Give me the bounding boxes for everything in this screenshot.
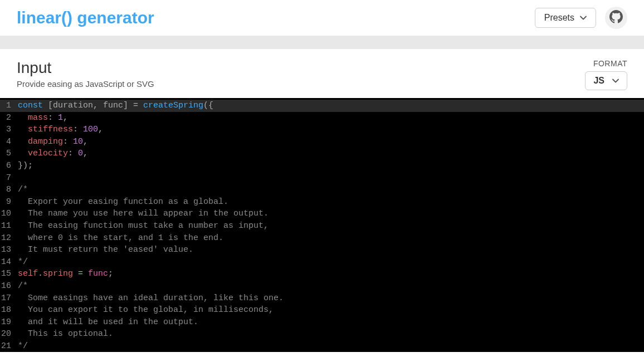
presets-button[interactable]: Presets	[535, 8, 596, 28]
input-section-header: Input Provide easing as JavaScript or SV…	[0, 49, 644, 98]
format-select[interactable]: JS	[585, 71, 627, 90]
line-number: 20	[0, 328, 16, 340]
editor-line[interactable]: 20 This is optional.	[0, 328, 644, 340]
line-code[interactable]: const [duration, func] = createSpring({	[16, 100, 213, 112]
line-code[interactable]: Some easings have an ideal duration, lik…	[16, 292, 284, 305]
line-number: 1	[0, 100, 16, 112]
line-number: 21	[0, 340, 16, 353]
line-code[interactable]: velocity: 0,	[16, 148, 88, 160]
chevron-down-icon	[580, 16, 587, 20]
line-number: 13	[0, 244, 16, 256]
line-number: 6	[0, 160, 16, 172]
editor-line[interactable]: 14*/	[0, 256, 644, 268]
editor-line[interactable]: 18 You can export it to the global, in m…	[0, 304, 644, 316]
app-header: linear() generator Presets	[0, 0, 644, 36]
line-code[interactable]: The name you use here will appear in the…	[16, 208, 269, 220]
editor-line[interactable]: 16/*	[0, 280, 644, 292]
editor-line[interactable]: 21*/	[0, 340, 644, 353]
line-number: 3	[0, 124, 16, 136]
line-number: 7	[0, 172, 16, 184]
line-code[interactable]: This is optional.	[16, 328, 113, 340]
github-link[interactable]	[605, 7, 627, 29]
line-number: 8	[0, 184, 16, 196]
line-code[interactable]: It must return the 'eased' value.	[16, 244, 193, 256]
line-number: 10	[0, 208, 16, 220]
line-code[interactable]: stiffness: 100,	[16, 124, 103, 136]
editor-line[interactable]: 1const [duration, func] = createSpring({	[0, 100, 644, 112]
editor-line[interactable]: 10 The name you use here will appear in …	[0, 208, 644, 220]
line-number: 11	[0, 220, 16, 232]
editor-line[interactable]: 3 stiffness: 100,	[0, 124, 644, 136]
line-code[interactable]: and it will be used in the output.	[16, 316, 198, 329]
editor-line[interactable]: 9 Export your easing function as a globa…	[0, 196, 644, 208]
section-divider	[0, 36, 644, 49]
input-subheading: Provide easing as JavaScript or SVG	[17, 79, 154, 89]
input-heading: Input	[17, 59, 154, 77]
line-code[interactable]: });	[16, 160, 33, 172]
editor-line[interactable]: 8/*	[0, 184, 644, 196]
editor-line[interactable]: 17 Some easings have an ideal duration, …	[0, 292, 644, 305]
format-select-value: JS	[593, 76, 604, 86]
line-number: 14	[0, 256, 16, 268]
github-icon	[609, 10, 623, 26]
line-number: 9	[0, 196, 16, 208]
line-number: 18	[0, 304, 16, 316]
format-block: FORMAT JS	[585, 59, 627, 90]
line-number: 2	[0, 112, 16, 124]
header-actions: Presets	[535, 7, 627, 29]
line-code[interactable]: where 0 is the start, and 1 is the end.	[16, 232, 223, 244]
line-number: 16	[0, 280, 16, 292]
editor-line[interactable]: 12 where 0 is the start, and 1 is the en…	[0, 232, 644, 244]
line-number: 15	[0, 268, 16, 280]
input-heading-block: Input Provide easing as JavaScript or SV…	[17, 59, 154, 89]
line-number: 19	[0, 316, 16, 329]
editor-line[interactable]: 2 mass: 1,	[0, 112, 644, 124]
editor-line[interactable]: 5 velocity: 0,	[0, 148, 644, 160]
line-code[interactable]: /*	[16, 184, 28, 196]
chevron-down-icon	[612, 79, 619, 83]
line-number: 17	[0, 292, 16, 305]
line-number: 12	[0, 232, 16, 244]
line-code[interactable]: self.spring = func;	[16, 268, 113, 280]
format-label: FORMAT	[585, 59, 627, 68]
line-code[interactable]: */	[16, 340, 28, 353]
line-code[interactable]: Export your easing function as a global.	[16, 196, 228, 208]
code-editor[interactable]: 1const [duration, func] = createSpring({…	[0, 98, 644, 352]
editor-line[interactable]: 6});	[0, 160, 644, 172]
line-code[interactable]: */	[16, 256, 28, 268]
line-code[interactable]: damping: 10,	[16, 136, 88, 148]
line-number: 5	[0, 148, 16, 160]
line-code[interactable]: /*	[16, 280, 28, 292]
editor-line[interactable]: 15self.spring = func;	[0, 268, 644, 280]
editor-line[interactable]: 7	[0, 172, 644, 184]
editor-line[interactable]: 19 and it will be used in the output.	[0, 316, 644, 329]
presets-button-label: Presets	[544, 13, 574, 23]
line-code[interactable]: mass: 1,	[16, 112, 68, 124]
editor-line[interactable]: 4 damping: 10,	[0, 136, 644, 148]
line-code[interactable]	[16, 172, 23, 184]
line-code[interactable]: You can export it to the global, in mill…	[16, 304, 274, 316]
line-code[interactable]: The easing function must take a number a…	[16, 220, 269, 232]
editor-line[interactable]: 11 The easing function must take a numbe…	[0, 220, 644, 232]
page-title: linear() generator	[17, 8, 154, 27]
editor-line[interactable]: 13 It must return the 'eased' value.	[0, 244, 644, 256]
line-number: 4	[0, 136, 16, 148]
